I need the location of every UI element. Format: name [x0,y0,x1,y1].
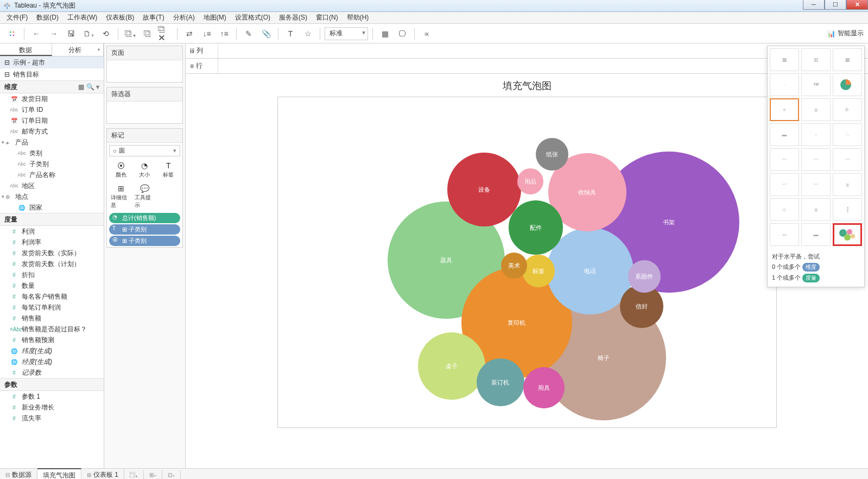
marks-size-button[interactable]: ◔大小 [133,159,157,181]
new-worksheet-button[interactable]: ⿹₊ [124,470,144,479]
marks-label-button[interactable]: T标签 [156,159,180,181]
showme-chart-type[interactable]: ⫼ [801,198,831,221]
forward-button[interactable]: → [46,27,61,41]
showme-chart-type[interactable]: ┇ [833,198,862,221]
dimension-field[interactable]: 📅订单日期 [0,115,104,126]
showme-chart-type[interactable]: ⫼ [833,173,862,196]
measure-field[interactable]: #每名客户销售额 [0,291,104,302]
bubble-mark[interactable]: 美术 [501,253,527,279]
measure-field[interactable]: #销售额 [0,313,104,324]
close-button[interactable]: ✕ [846,0,868,10]
measure-field[interactable]: 🌐纬度(生成) [0,345,104,356]
menu-item[interactable]: 帮助(H) [343,12,373,23]
label-button[interactable]: T [283,27,298,41]
showme-chart-type[interactable]: ▦ [770,48,799,71]
fit-dropdown[interactable]: 标准 [325,27,368,40]
bubble-mark[interactable]: 标签 [522,255,555,287]
dimension-field[interactable]: ▾▸产品 [0,137,104,148]
bubble-mark[interactable]: 桌子 [418,332,485,400]
showme-chart-type[interactable]: ∴ [833,123,862,146]
viz-area[interactable]: 书架椅子器具复印机电话收纳具设备桌子配件装订机信封用具标签系固件纸张美术用品 [277,97,777,428]
bubble-mark[interactable]: 用具 [523,367,565,408]
dimension-field[interactable]: 🌐国家 [0,202,104,213]
refresh-button[interactable]: ⟲ [98,27,113,41]
bubble-mark[interactable]: 系固件 [628,260,661,293]
parameter-field[interactable]: #新业务增长 [0,402,104,413]
showme-chart-type[interactable]: 〰 [770,148,799,171]
menu-item[interactable]: 设置格式(O) [231,12,275,23]
dimension-field[interactable]: Abc类别 [0,148,104,159]
tab-analysis[interactable]: 分析• [52,43,104,56]
showme-chart-type[interactable]: 🗺 [801,73,831,96]
datasource-item[interactable]: ⊟示例 - 超市 [0,56,104,68]
dimension-field[interactable]: Abc子类别 [0,159,104,169]
marks-color-button[interactable]: ⦿颜色 [109,159,133,181]
menu-item[interactable]: 文件(F) [2,12,32,23]
dimension-field[interactable]: Abc邮寄方式 [0,126,104,137]
new-dashboard-button[interactable]: ⊞₊ [144,470,162,479]
dimension-field[interactable]: Abc地区 [0,180,104,191]
swap-button[interactable]: ⇄ [182,27,197,41]
measure-field[interactable]: #发货前天数（实际） [0,248,104,259]
dimension-field[interactable]: Abc订单 ID [0,104,104,115]
showme-chart-type[interactable]: 〰 [770,173,799,196]
bubble-mark[interactable]: 装订机 [477,358,524,406]
menu-item[interactable]: 分析(A) [169,12,199,23]
showme-chart-type[interactable]: ▬ [770,123,799,146]
showme-chart-type[interactable]: ▬ [801,223,831,246]
tab-data[interactable]: 数据 [0,43,52,56]
menu-item[interactable]: 窗口(N) [312,12,343,23]
minimize-button[interactable]: ─ [803,0,825,10]
marks-pill[interactable]: T⊞ 子类别 [109,224,180,235]
show-cards-button[interactable]: ▦ [377,27,392,41]
dimension-field[interactable]: ▾⊕地点 [0,191,104,202]
columns-shelf[interactable]: iii列 [186,43,868,59]
sheet-tab[interactable]: 填充气泡图 [37,468,81,479]
showme-chart-type[interactable] [833,73,862,96]
measure-field[interactable]: #折扣 [0,269,104,280]
showme-chart-type[interactable]: ◦ [801,123,831,146]
sort-asc-button[interactable]: ↓≡ [199,27,214,41]
showme-chart-type[interactable]: ▩ [833,48,862,71]
dimension-field[interactable]: Abc产品名称 [0,169,104,180]
marks-detail-button[interactable]: ⊞详细信息 [109,181,133,212]
parameter-field[interactable]: #流失率 [0,413,104,424]
showme-chart-type[interactable]: ▭ [770,223,799,246]
showme-chart-type[interactable]: 〰 [833,148,862,171]
measure-field[interactable]: #数量 [0,280,104,291]
bubble-mark[interactable]: 设备 [447,153,521,226]
measure-field[interactable]: #利润率 [0,237,104,248]
measure-field[interactable]: 🌐经度(生成) [0,356,104,367]
datasource-item[interactable]: ⊟销售目标 [0,68,104,80]
new-sheet-button[interactable]: ⿻₊ [123,27,138,41]
parameter-field[interactable]: #参数 1 [0,391,104,402]
menu-item[interactable]: 服务器(S) [275,12,312,23]
rows-shelf[interactable]: ≡行 [186,59,868,74]
dashboard-tab[interactable]: ⊞仪表板 1 [81,469,124,479]
measure-field[interactable]: #销售额预测 [0,335,104,345]
measure-field[interactable]: #利润 [0,226,104,237]
dimension-field[interactable]: 📅发货日期 [0,93,104,104]
smart-show-toggle[interactable]: 📊 智能显示 [827,29,864,38]
showme-chart-type[interactable]: · [770,73,799,96]
tableau-icon[interactable] [4,27,20,41]
sort-desc-button[interactable]: ↑≡ [217,27,232,41]
datasource-tab[interactable]: ⊟数据源 [0,469,37,479]
showme-chart-type[interactable] [833,223,862,246]
presentation-button[interactable]: 🖵 [395,27,410,41]
showme-chart-type[interactable]: ⊪ [833,98,862,121]
measure-field[interactable]: #发货前天数（计划） [0,259,104,269]
menu-item[interactable]: 地图(M) [199,12,231,23]
showme-chart-type[interactable]: ⊹ [770,198,799,221]
pin-button[interactable]: ☆ [300,27,315,41]
showme-chart-type[interactable]: ▥ [801,48,831,71]
measure-field[interactable]: #记录数 [0,367,104,378]
back-button[interactable]: ← [29,27,44,41]
measure-field[interactable]: #每笔订单利润 [0,302,104,313]
bubble-mark[interactable]: 用品 [517,168,543,194]
share-button[interactable]: ∝ [419,27,434,41]
menu-item[interactable]: 数据(D) [32,12,63,23]
showme-chart-type[interactable]: ≡ [770,98,799,121]
marks-tooltip-button[interactable]: 💬工具提示 [133,181,157,212]
marks-pill[interactable]: ⦿⊞ 子类别 [109,236,180,246]
